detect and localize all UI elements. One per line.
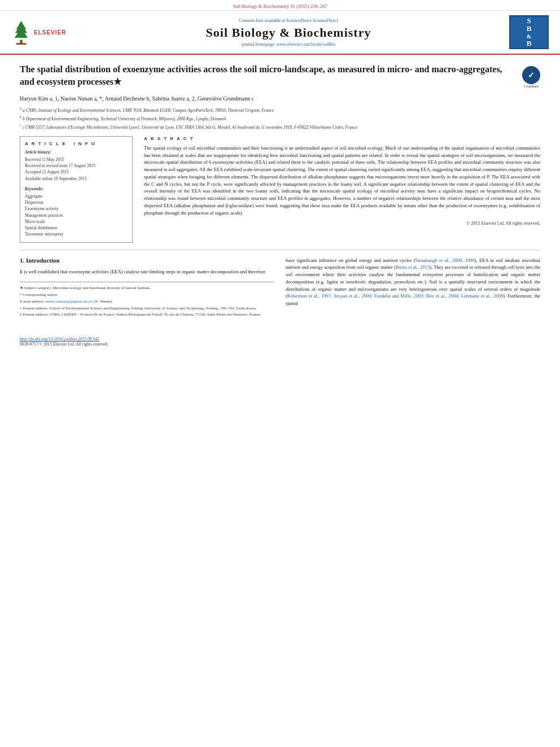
affiliations: a a CNRS, Institute of Ecology and Envir…	[20, 106, 540, 130]
article-title-section: The spatial distribution of exoenzyme ac…	[20, 63, 540, 89]
keyword-microscale: Micro-scale	[25, 219, 128, 225]
ref-burns[interactable]: Burns et al., 2013	[396, 264, 430, 270]
article-title: The spatial distribution of exoenzyme ac…	[20, 63, 514, 89]
available-online: Available online 19 September 2015	[25, 176, 128, 182]
article-info-column: A R T I C L E I N F O Article history: R…	[20, 136, 133, 243]
journal-logo-box: S B & B	[509, 15, 549, 49]
crossmark-icon: ✓	[522, 66, 540, 84]
email-link[interactable]: naoise.nunan@grignon.inra.fr	[46, 299, 93, 304]
article-meta-section: A R T I C L E I N F O Article history: R…	[20, 136, 540, 243]
footnote-subject: ★ Subject category: Microbial ecology an…	[20, 286, 274, 291]
received-date: Received 11 May 2015	[25, 156, 128, 163]
copyright-notice: © 2015 Elsevier Ltd. All rights reserved…	[144, 221, 540, 226]
keyword-management: Management practices	[25, 212, 128, 219]
sciencedirect-link-text[interactable]: ScienceDirect	[313, 18, 338, 23]
affiliation-b: b b Department of Environmental Engineer…	[20, 115, 540, 122]
elsevier-text: ELSEVIER	[34, 29, 66, 36]
doi-link[interactable]: http://dx.doi.org/10.1016/j.soilbio.2015…	[20, 337, 99, 342]
keyword-exoenzyme: Exoenzyme activity	[25, 206, 128, 212]
abstract-text: The spatial ecology of soil microbial co…	[144, 145, 540, 217]
introduction-right-text: have significant influence on global ene…	[286, 257, 540, 307]
received-revised: Received in revised form 17 August 2015	[25, 163, 128, 169]
abstract-column: A B S T R A C T The spatial ecology of s…	[144, 136, 540, 243]
issn-copyright: 0038-0717/© 2015 Elsevier Ltd. All right…	[20, 342, 540, 347]
journal-citation-bar: Soil Biology & Biochemistry 91 (2015) 25…	[0, 0, 560, 11]
crossmark-label: CrossMark	[522, 85, 540, 88]
keyword-aggregate: Aggregate	[25, 193, 128, 199]
authors: Haryun Kim a, 1, Naoise Nunan a, *, Arna…	[20, 94, 540, 103]
keyword-spatial: Spatial distribution	[25, 225, 128, 231]
header-logo-left: ELSEVIER	[11, 20, 73, 45]
elsevier-tree-icon	[11, 20, 31, 45]
keyword-taxonomic: Taxonomic microarray	[25, 231, 128, 237]
accepted-date: Accepted 21 August 2015	[25, 169, 128, 175]
header-logo-right: S B & B	[504, 15, 549, 49]
crossmark: ✓ CrossMark	[522, 66, 540, 88]
elsevier-logo: ELSEVIER	[11, 20, 66, 45]
article-info-box: A R T I C L E I N F O Article history: R…	[20, 136, 133, 243]
journal-homepage: journal homepage: www.elsevier.com/locat…	[73, 42, 504, 47]
section-title: 1. Introduction	[20, 257, 274, 264]
bottom-bar: http://dx.doi.org/10.1016/j.soilbio.2015…	[0, 336, 560, 347]
article-info-header: A R T I C L E I N F O	[25, 141, 128, 146]
footnotes: ★ Subject category: Microbial ecology an…	[20, 282, 274, 318]
svg-rect-4	[16, 43, 27, 45]
journal-header: ELSEVIER Contents lists available at Sci…	[0, 11, 560, 55]
footnote-corresponding: * Corresponding author.	[20, 292, 274, 298]
keywords-section: Keywords: Aggregate Dispersion Exoenzyme…	[25, 186, 128, 238]
affiliation-c: c c UMR 5557, Laboratoire d'Ecologie Mic…	[20, 123, 540, 130]
sciencedirect-text: Contents lists available at ScienceDirec…	[73, 18, 504, 23]
ref-robertson[interactable]: Robertson et al., 1997; Stoyan et al., 2…	[287, 293, 503, 299]
article-history-label: Article history:	[25, 150, 128, 155]
introduction-left-text: It is well established that exoenzyme ac…	[20, 268, 274, 276]
introduction-right: have significant influence on global ene…	[286, 257, 540, 320]
section-divider	[20, 250, 540, 250]
page-wrapper: Soil Biology & Biochemistry 91 (2015) 25…	[0, 0, 560, 347]
footnote-email: E-mail address: naoise.nunan@grignon.inr…	[20, 299, 274, 305]
journal-title: Soil Biology & Biochemistry	[73, 25, 504, 40]
footnote-1: 1 Present address: School of Environment…	[20, 306, 274, 312]
header-center: Contents lists available at ScienceDirec…	[73, 18, 504, 47]
keyword-dispersion: Dispersion	[25, 199, 128, 206]
abstract-header: A B S T R A C T	[144, 136, 540, 141]
journal-citation: Soil Biology & Biochemistry 91 (2015) 25…	[233, 3, 327, 9]
ref-sinsabaugh[interactable]: Sinsabaugh et al., 2008, 2009	[415, 257, 474, 263]
introduction-left: 1. Introduction It is well established t…	[20, 257, 274, 320]
footnote-2: 2 Present address: CNRS, CEREEP – Ecotro…	[20, 312, 274, 318]
journal-url[interactable]: www.elsevier.com/locate/soilbio	[277, 42, 335, 47]
keywords-label: Keywords:	[25, 186, 128, 191]
affiliation-a: a a CNRS, Institute of Ecology and Envir…	[20, 106, 540, 113]
article-content: The spatial distribution of exoenzyme ac…	[0, 55, 560, 330]
introduction-section: 1. Introduction It is well established t…	[20, 257, 540, 320]
